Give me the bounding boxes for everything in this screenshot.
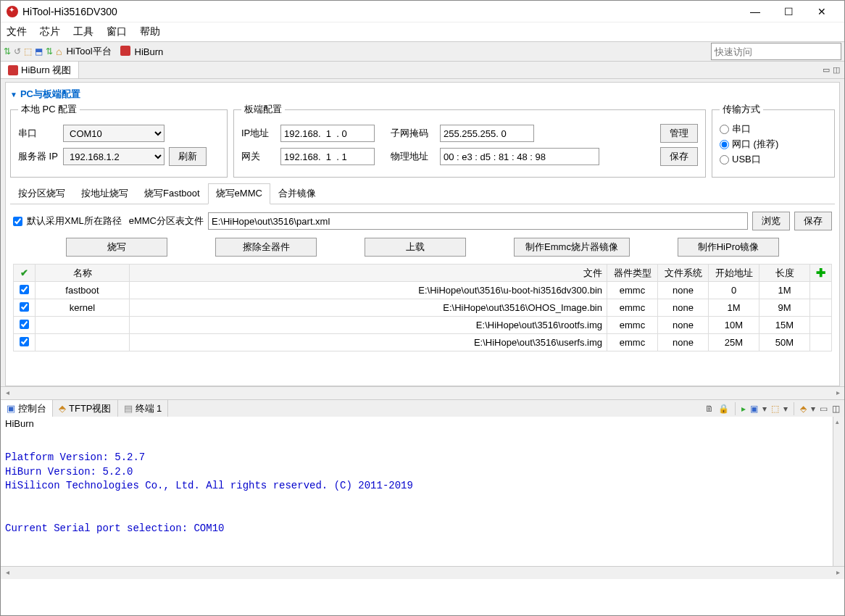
bottom-tab-terminal[interactable]: ▤ 终端 1 xyxy=(118,400,169,417)
partition-file-row: 默认采用XML所在路径 eMMC分区表文件 浏览 保存 xyxy=(13,212,832,230)
cell-length: 9M xyxy=(759,299,810,317)
table-row[interactable]: kernelE:\HiHope\out\3516\OHOS_Image.bine… xyxy=(14,299,832,317)
th-device-type: 器件类型 xyxy=(607,265,658,282)
console-tb-dropdown-3[interactable]: ▾ xyxy=(811,404,815,414)
console-tb-icon-2[interactable]: 🔒 xyxy=(718,404,729,414)
bottom-tab-tftp[interactable]: ⬘ TFTP视图 xyxy=(53,400,118,417)
radio-usb[interactable] xyxy=(720,155,729,165)
view-tab-label: HiBurn 视图 xyxy=(21,64,71,77)
console-tb-icon-3[interactable]: ▸ xyxy=(741,404,746,414)
manage-button[interactable]: 管理 xyxy=(660,124,698,143)
table-row[interactable]: E:\HiHope\out\3516\rootfs.imgemmcnone10M… xyxy=(14,317,832,334)
burn-button[interactable]: 烧写 xyxy=(66,238,167,257)
tftp-tab-icon: ⬘ xyxy=(59,403,66,414)
menu-window[interactable]: 窗口 xyxy=(107,25,127,38)
console-title: HiBurn xyxy=(5,418,840,429)
toolbar: ⇅ ↺ ⬚ ⬒ ⇅ ⌂ HiTool平台 HiBurn xyxy=(1,41,844,62)
minimize-view-icon[interactable]: ▭ xyxy=(823,65,830,75)
menu-help[interactable]: 帮助 xyxy=(140,25,160,38)
tb-hitool-platform[interactable]: HiTool平台 xyxy=(66,45,111,58)
cell-device-type: emmc xyxy=(607,317,658,334)
console-tb-dropdown-1[interactable]: ▾ xyxy=(762,404,767,414)
section-header-pc-board[interactable]: ▼ PC与板端配置 xyxy=(10,86,835,103)
cell-start: 0 xyxy=(709,282,759,299)
tb-icon-3[interactable]: ⬚ xyxy=(24,46,32,57)
partition-file-input[interactable] xyxy=(208,212,748,230)
erase-all-button[interactable]: 擦除全器件 xyxy=(215,238,317,257)
tab-by-address[interactable]: 按地址烧写 xyxy=(73,183,136,204)
console-tb-icon-6[interactable]: ⬘ xyxy=(800,404,807,414)
view-tab-hiburn[interactable]: HiBurn 视图 xyxy=(1,62,79,78)
ip-input[interactable] xyxy=(280,125,375,142)
refresh-button[interactable]: 刷新 xyxy=(169,147,207,166)
mac-input[interactable] xyxy=(440,148,599,165)
console-tb-dropdown-2[interactable]: ▾ xyxy=(783,404,788,414)
console-tab-label: 控制台 xyxy=(18,402,46,415)
cell-start: 1M xyxy=(709,299,759,317)
maximize-view-icon[interactable]: ◫ xyxy=(833,65,840,75)
transfer-legend: 传输方式 xyxy=(720,103,763,116)
tab-fastboot[interactable]: 烧写Fastboot xyxy=(136,183,208,204)
emmc-save-button[interactable]: 保存 xyxy=(794,212,832,230)
cell-file: E:\HiHope\out\3516\userfs.img xyxy=(130,334,607,351)
terminal-tab-label: 终端 1 xyxy=(136,402,162,415)
console-vscroll[interactable] xyxy=(833,417,844,566)
table-row[interactable]: fastbootE:\HiHope\out\3516\u-boot-hi3516… xyxy=(14,282,832,299)
xml-path-checkbox[interactable] xyxy=(13,217,22,226)
bottom-tabs-bar: ▣ 控制台 ⬘ TFTP视图 ▤ 终端 1 🗎 🔒 ▸ ▣ ▾ ⬚ ▾ ⬘ ▾ … xyxy=(1,399,844,417)
cell-start: 25M xyxy=(709,334,759,351)
menu-chip[interactable]: 芯片 xyxy=(40,25,60,38)
row-checkbox[interactable] xyxy=(20,285,29,294)
minimize-button[interactable]: — xyxy=(738,1,772,22)
radio-network[interactable] xyxy=(720,140,729,149)
browse-button[interactable]: 浏览 xyxy=(752,212,790,230)
main-hscroll[interactable]: ◂▸ xyxy=(1,386,844,399)
make-hipro-image-button[interactable]: 制作HiPro镜像 xyxy=(678,238,779,257)
menu-file[interactable]: 文件 xyxy=(7,25,27,38)
tb-icon-4[interactable]: ⬒ xyxy=(35,46,43,57)
table-row[interactable]: E:\HiHope\out\3516\userfs.imgemmcnone25M… xyxy=(14,334,832,351)
th-length: 长度 xyxy=(759,265,810,282)
tab-merge[interactable]: 合并镜像 xyxy=(270,183,324,204)
board-config-legend: 板端配置 xyxy=(241,103,285,116)
bottom-hscroll[interactable]: ◂▸ xyxy=(1,566,844,579)
mac-label: 物理地址 xyxy=(391,150,436,163)
gateway-input[interactable] xyxy=(280,148,375,165)
tb-home-icon[interactable]: ⌂ xyxy=(56,46,62,57)
radio-serial[interactable] xyxy=(720,125,729,134)
row-checkbox[interactable] xyxy=(20,337,29,346)
console-tb-icon-5[interactable]: ⬚ xyxy=(771,404,779,414)
check-all-icon[interactable]: ✔ xyxy=(20,267,28,278)
row-checkbox[interactable] xyxy=(20,320,29,329)
add-row-icon[interactable]: ✚ xyxy=(816,267,825,279)
console-tb-icon-4[interactable]: ▣ xyxy=(750,404,758,414)
tb-hiburn[interactable]: HiBurn xyxy=(135,46,164,57)
server-ip-select[interactable]: 192.168.1.2 xyxy=(63,148,165,165)
cell-length: 1M xyxy=(759,282,810,299)
menu-tools[interactable]: 工具 xyxy=(73,25,93,38)
serial-select[interactable]: COM10 xyxy=(63,125,165,142)
tb-icon-5[interactable]: ⇅ xyxy=(46,46,53,57)
board-save-button[interactable]: 保存 xyxy=(660,147,698,166)
tab-emmc[interactable]: 烧写eMMC xyxy=(208,183,270,204)
close-button[interactable]: ✕ xyxy=(805,1,838,22)
console-tb-icon-1[interactable]: 🗎 xyxy=(705,404,714,414)
bottom-tab-console[interactable]: ▣ 控制台 xyxy=(1,400,53,417)
console-maximize-icon[interactable]: ◫ xyxy=(832,404,840,414)
row-checkbox[interactable] xyxy=(20,302,29,312)
view-tabs-bar: HiBurn 视图 ▭ ◫ xyxy=(1,62,844,79)
hiburn-tab-icon xyxy=(8,65,18,75)
subnet-input[interactable] xyxy=(440,125,534,142)
tb-icon-2[interactable]: ↺ xyxy=(14,46,21,57)
cell-length: 50M xyxy=(759,334,810,351)
view-tab-controls: ▭ ◫ xyxy=(823,62,844,78)
tb-icon-1[interactable]: ⇅ xyxy=(4,46,11,57)
cell-device-type: emmc xyxy=(607,282,658,299)
quick-access-input[interactable] xyxy=(711,43,841,60)
terminal-tab-icon: ▤ xyxy=(124,403,133,414)
upload-button[interactable]: 上载 xyxy=(365,238,466,257)
maximize-button[interactable]: ☐ xyxy=(772,1,805,22)
tab-by-partition[interactable]: 按分区烧写 xyxy=(10,183,73,204)
console-minimize-icon[interactable]: ▭ xyxy=(820,404,828,414)
make-emmc-image-button[interactable]: 制作Emmc烧片器镜像 xyxy=(514,238,630,257)
